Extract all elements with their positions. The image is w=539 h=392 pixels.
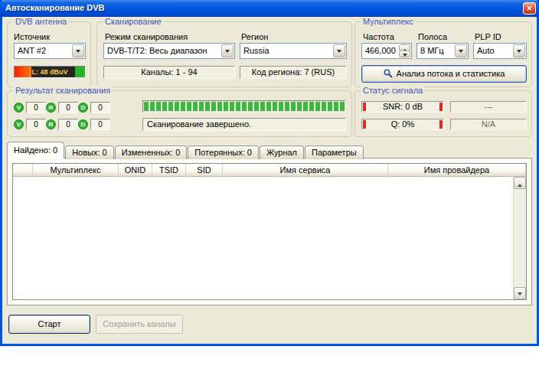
tv-indicator-icon: V xyxy=(14,119,24,129)
region-code-text: Код региона: 7 (RUS) xyxy=(252,67,335,77)
indicator-radio-found: R 0 xyxy=(46,102,78,113)
tab-parameters[interactable]: Параметры xyxy=(305,145,364,159)
channels-info-panel: Каналы: 1 - 94 xyxy=(103,66,235,79)
radio-indicator-icon: R xyxy=(46,119,56,129)
scan-status-text: Сканирование завершено. xyxy=(147,119,251,129)
tab-page-found: Мультиплекс ONID TSID SID Имя сервиса Им… xyxy=(7,158,532,305)
region-label: Регион xyxy=(241,32,268,41)
analyze-stream-button[interactable]: Анализ потока и статистика xyxy=(361,65,527,83)
scan-progress-fill xyxy=(144,102,345,111)
quality-value-panel: N/A xyxy=(450,119,527,130)
radio-indicator-icon: R xyxy=(46,103,56,113)
scan-progress-bar xyxy=(142,100,346,113)
quality-meter-right-marker xyxy=(439,120,443,129)
group-signal-status-title: Статус сигнала xyxy=(361,86,425,95)
antenna-source-select[interactable]: ANT #2 xyxy=(14,43,86,59)
indicator-data-new: D 0 xyxy=(78,119,110,130)
radio-new-count: 0 xyxy=(58,119,78,130)
column-header-onid[interactable]: ONID xyxy=(119,164,152,177)
channels-info-text: Каналы: 1 - 94 xyxy=(141,67,197,77)
window-title: Автосканирование DVB xyxy=(5,3,105,12)
data-indicator-icon: D xyxy=(78,119,88,129)
spin-down-icon[interactable] xyxy=(399,51,410,57)
snr-meter-right-marker xyxy=(439,103,443,111)
tab-new[interactable]: Новых: 0 xyxy=(65,145,114,159)
tab-log[interactable]: Журнал xyxy=(260,145,304,159)
group-scan-result-title: Результат сканирования xyxy=(13,86,113,95)
dialog-window: Автосканирование DVB ✕ DVB антенна Источ… xyxy=(0,0,539,346)
dropdown-arrow-icon[interactable] xyxy=(513,44,525,57)
scan-mode-select[interactable]: DVB-T/T2: Весь диапазон xyxy=(103,43,235,59)
quality-meter: Q: 0% xyxy=(361,119,444,130)
frequency-spinner xyxy=(399,44,410,57)
column-header-sid[interactable]: SID xyxy=(186,164,223,177)
tv-indicator-icon: V xyxy=(14,103,24,113)
tab-changed[interactable]: Измененных: 0 xyxy=(115,145,188,159)
result-tabs: Найдено: 0Новых: 0Измененных: 0Потерянны… xyxy=(7,142,364,158)
column-header-multiplex[interactable]: Мультиплекс xyxy=(33,164,119,177)
band-label: Полоса xyxy=(418,32,447,41)
column-header-provider-name[interactable]: Имя провайдера xyxy=(388,164,526,177)
dropdown-arrow-icon[interactable] xyxy=(455,44,467,57)
signal-level-text: L: 48 dBuV xyxy=(31,68,67,76)
group-dvb-antenna: DVB антенна Источник ANT #2 L: 48 dBuV xyxy=(7,21,91,87)
indicator-tv-found: V 0 xyxy=(14,102,46,113)
radio-found-count: 0 xyxy=(58,102,78,113)
scan-status-panel: Сканирование завершено. xyxy=(142,118,346,131)
group-signal-status: Статус сигнала SNR: 0 dB --- Q: 0% N/A xyxy=(354,90,532,137)
indicator-tv-new: V 0 xyxy=(14,119,46,130)
tab-lost[interactable]: Потерянных: 0 xyxy=(188,145,259,159)
plp-id-label: PLP ID xyxy=(475,32,501,41)
snr-meter: SNR: 0 dB xyxy=(361,101,444,113)
snr-meter-left-marker xyxy=(363,103,366,111)
scan-mode-value: DVB-T/T2: Весь диапазон xyxy=(107,46,220,55)
column-header-selector[interactable] xyxy=(13,164,33,177)
snr-value-panel: --- xyxy=(450,101,527,113)
tv-found-count: 0 xyxy=(26,102,46,113)
scroll-down-icon[interactable] xyxy=(514,287,526,299)
tab-found[interactable]: Найдено: 0 xyxy=(7,142,64,158)
data-indicator-icon: D xyxy=(78,103,88,113)
save-channels-button[interactable]: Сохранить каналы xyxy=(96,315,183,334)
source-label: Источник xyxy=(14,32,50,41)
scan-mode-label: Режим сканирования xyxy=(105,32,188,41)
channel-list[interactable]: Мультиплекс ONID TSID SID Имя сервиса Им… xyxy=(12,163,527,300)
quality-label: Q: 0% xyxy=(391,119,415,129)
group-multiplex-title: Мультиплекс xyxy=(361,17,416,26)
region-value: Russia xyxy=(243,46,332,55)
column-header-service-name[interactable]: Имя сервиса xyxy=(223,164,388,177)
dropdown-arrow-icon[interactable] xyxy=(333,44,345,57)
close-icon: ✕ xyxy=(527,5,533,12)
plp-id-select[interactable]: Auto xyxy=(473,43,527,59)
data-new-count: 0 xyxy=(90,119,110,130)
group-scanning: Сканирование Режим сканирования Регион D… xyxy=(96,21,352,87)
group-scan-result: Результат сканирования V 0 R 0 D 0 V 0 xyxy=(7,90,352,137)
analyze-stream-label: Анализ потока и статистика xyxy=(397,69,505,78)
dropdown-arrow-icon[interactable] xyxy=(221,44,234,57)
plp-id-value: Auto xyxy=(477,46,511,55)
scroll-up-icon[interactable] xyxy=(514,177,526,189)
data-found-count: 0 xyxy=(90,102,110,113)
start-button[interactable]: Старт xyxy=(8,315,90,334)
vertical-scrollbar[interactable] xyxy=(513,177,526,299)
snr-label: SNR: 0 dB xyxy=(383,102,423,111)
frequency-input[interactable]: 466,000 xyxy=(361,43,412,59)
title-bar[interactable]: Автосканирование DVB ✕ xyxy=(0,0,539,17)
group-scanning-title: Сканирование xyxy=(103,17,164,26)
dialog-client-area: DVB антенна Источник ANT #2 L: 48 dBuV С… xyxy=(2,17,537,344)
band-select[interactable]: 8 МГц xyxy=(416,43,469,59)
antenna-source-value: ANT #2 xyxy=(18,46,70,55)
region-select[interactable]: Russia xyxy=(240,43,347,59)
snr-value: --- xyxy=(485,102,493,111)
channel-list-body[interactable] xyxy=(13,177,513,299)
quality-meter-left-marker xyxy=(363,120,366,129)
indicator-radio-new: R 0 xyxy=(46,119,78,130)
quality-value: N/A xyxy=(482,119,495,129)
search-icon xyxy=(384,67,393,83)
group-dvb-antenna-title: DVB антенна xyxy=(13,17,69,26)
channel-list-header: Мультиплекс ONID TSID SID Имя сервиса Им… xyxy=(13,164,526,177)
dropdown-arrow-icon[interactable] xyxy=(72,44,84,57)
column-header-tsid[interactable]: TSID xyxy=(152,164,186,177)
save-channels-label: Сохранить каналы xyxy=(103,319,175,328)
close-button[interactable]: ✕ xyxy=(523,2,536,15)
